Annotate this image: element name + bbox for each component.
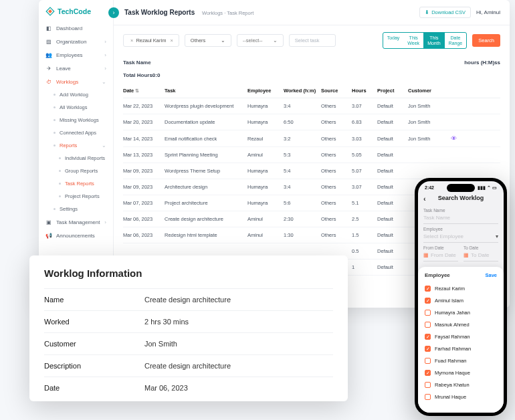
col-date[interactable]: Date [123,88,162,94]
employee-item[interactable]: Mrunal Haque [425,391,497,403]
checkbox[interactable] [425,322,431,328]
info-row: DescriptionCreate design architecture [44,354,333,377]
col-task[interactable]: Task [165,88,245,94]
col-hours[interactable]: Hours [352,88,375,94]
sidebar-toggle[interactable]: › [108,7,119,18]
download-csv-button[interactable]: ⬇ Download CSV [419,7,471,18]
sidebar-item-missing-worklogs[interactable]: Missing Worklogs [39,114,113,126]
wifi-icon: ⌃ [487,185,491,191]
employee-filter[interactable]: × Rezaul Karim × [123,34,179,47]
sidebar-item-announcements[interactable]: 📢Announcements [39,229,113,242]
search-button[interactable]: Search [472,34,500,47]
nav-icon: 📢 [45,232,52,239]
sidebar-item-organization[interactable]: ▨Organization› [39,35,113,48]
range-date-range[interactable]: DateRange [445,33,467,48]
sidebar-item-dashboard[interactable]: ◧Dashboard [39,21,113,35]
back-icon[interactable]: ‹ [423,195,426,203]
employee-item[interactable]: Farhad Rahman [425,342,497,354]
checkbox[interactable] [425,370,431,376]
col-employee[interactable]: Employee [247,88,281,94]
summary-header: Task Name hours (H:M)ss [114,56,510,70]
topbar: › Task Worklog Reports Worklogs · Task R… [114,0,510,25]
worklog-info-card: Worklog Information NameCreate design ar… [29,255,348,401]
sidebar-item-employees[interactable]: 👥Employees› [39,48,113,62]
checkbox[interactable] [425,394,431,400]
table-row[interactable]: Mar 20, 2023Documentation updateHumayra6… [123,114,500,130]
sidebar-item-task-reports[interactable]: Task Reports [39,177,113,190]
sidebar-item-add-worklog[interactable]: Add Worklog [39,88,113,101]
info-row: CustomerJon Smith [44,332,333,354]
sidebar-item-leave[interactable]: ✈Leave› [39,62,113,75]
column-select[interactable]: --select-- ⌄ [237,34,284,47]
employee-item[interactable]: Faysal Rahman [425,330,497,342]
chevron-icon: › [104,219,106,225]
calendar-icon: ▦ [423,252,429,258]
table-header: Date Task Employee Worked (h:m) Source H… [123,84,500,98]
chevron-down-icon: ⌄ [221,37,225,43]
view-icon[interactable]: 👁 [451,135,460,142]
checkbox[interactable] [425,346,431,352]
sidebar-item-project-reports[interactable]: Project Reports [39,190,113,203]
greeting: Hi, Aminul [476,9,500,15]
table-row[interactable]: Mar 13, 2023Sprint Planning MeetingAminu… [123,147,500,163]
svg-marker-1 [48,9,52,13]
checkbox[interactable] [425,310,431,316]
sidebar-item-reports[interactable]: Reports⌄ [39,139,113,152]
col-source[interactable]: Source [321,88,349,94]
employee-item[interactable]: Humayra Jahan [425,306,497,318]
sidebar-item-individual-reports[interactable]: Individual Reports [39,152,113,165]
range-this-month[interactable]: ThisMonth [423,33,444,48]
notch [447,184,475,192]
table-row[interactable]: Mar 22, 2023Wordpress plugin development… [123,98,500,114]
employee-field[interactable]: Select Employee ▾ [423,231,498,243]
nav-icon: ◧ [45,25,52,31]
nav-icon: 👥 [45,51,52,58]
sidebar-item-connected-apps[interactable]: Connected Apps [39,126,113,139]
filter-bar: × Rezaul Karim × Others ⌄ --select-- ⌄ S… [114,25,510,56]
clear-icon[interactable]: × [130,37,133,43]
chevron-icon: ⌄ [102,142,106,148]
col-customer[interactable]: Customer [408,88,448,94]
task-name-field[interactable]: Task Name [423,213,498,224]
checkbox[interactable] [425,298,431,304]
employee-item[interactable]: Fuad Rahman [425,354,497,366]
nav-icon: ▣ [45,219,52,225]
from-date-field[interactable]: ▦From Date [423,250,458,261]
col-worked[interactable]: Worked (h:m) [284,88,318,94]
sidebar-item-task-management[interactable]: ▣Task Management› [39,215,113,229]
range-this-week[interactable]: ThisWeek [403,33,423,48]
to-date-field[interactable]: ▦To Date [463,250,498,261]
sidebar-item-all-worklogs[interactable]: All Worklogs [39,101,113,114]
checkbox[interactable] [425,382,431,388]
table-row[interactable]: Mar 09, 2023Wordpress Theme SetupHumayra… [123,163,500,179]
table-row[interactable]: Mar 14, 2023Email notification checkReza… [123,130,500,147]
employee-item[interactable]: Aminul Islam [425,294,497,306]
info-row: NameCreate design architecture [44,288,333,310]
employee-item[interactable]: Mymona Haque [425,366,497,379]
calendar-icon: ▦ [463,252,469,258]
info-row: DateMar 06, 2023 [44,377,333,399]
employee-item[interactable]: Rabeya Khatun [425,379,497,391]
save-button[interactable]: Save [485,272,497,278]
chevron-icon: › [104,66,106,72]
sidebar-item-group-reports[interactable]: Group Reports [39,165,113,177]
range-today[interactable]: Today [383,33,404,48]
type-select[interactable]: Others ⌄ [185,34,231,47]
phone-mock: 2:42 ▮▮▮ ⌃ ▭ ‹ Search Worklog Task Name … [415,178,507,416]
task-select[interactable]: Select task [289,34,336,47]
employee-item[interactable]: Masnuk Ahmed [425,318,497,330]
info-title: Worklog Information [44,268,333,279]
chevron-down-icon: ▾ [496,233,498,239]
clear-icon[interactable]: × [170,37,173,43]
checkbox[interactable] [425,334,431,340]
phone-screen: 2:42 ▮▮▮ ⌃ ▭ ‹ Search Worklog Task Name … [418,181,504,413]
logo: TechCode [39,7,113,21]
employee-item[interactable]: Rezaul Karim [425,282,497,294]
col-project[interactable]: Project [377,88,405,94]
checkbox[interactable] [425,286,431,292]
checkbox[interactable] [425,358,431,364]
nav-icon: ⏱ [45,78,52,85]
sidebar-item-settings[interactable]: Settings [39,203,113,215]
date-range-group[interactable]: TodayThisWeekThisMonthDateRange [383,32,468,49]
sidebar-item-worklogs[interactable]: ⏱Worklogs⌄ [39,75,113,88]
